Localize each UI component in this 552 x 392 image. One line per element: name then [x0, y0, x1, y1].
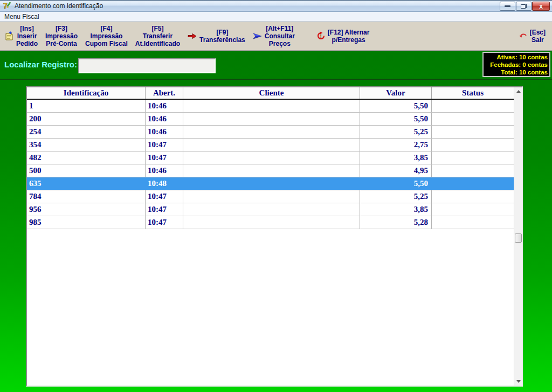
close-button[interactable]: x [532, 2, 550, 11]
table-cell: 482 [27, 152, 146, 164]
toolbar-label: [Ins] [20, 25, 33, 32]
toolbar-label: Impressão [90, 32, 122, 40]
insert-order-button[interactable]: [Ins] Inserir Pedido [4, 25, 38, 47]
minimize-button[interactable] [500, 2, 515, 11]
table-cell: 5,25 [360, 126, 432, 138]
table-cell: 5,25 [360, 190, 432, 203]
table-cell [432, 152, 514, 164]
accounts-table: Identificação Abert. Cliente Valor Statu… [26, 86, 523, 387]
table-cell: 10:47 [146, 216, 183, 229]
scrollbar-thumb[interactable] [515, 233, 522, 243]
table-cell [183, 203, 360, 216]
column-header-identificacao[interactable]: Identificação [27, 87, 146, 99]
toolbar-label: [F9] [216, 29, 228, 36]
table-cell: 10:47 [146, 203, 183, 216]
table-cell: 1 [27, 100, 146, 112]
table-cell: 354 [27, 139, 146, 151]
table-cell: 3,85 [360, 152, 432, 164]
exit-button[interactable]: [Esc] Sair [519, 29, 546, 44]
table-cell: 5,28 [360, 216, 432, 229]
table-cell: 985 [27, 216, 146, 229]
print-precheck-button[interactable]: [F3] Impressão Pré-Conta [45, 25, 78, 47]
table-cell [183, 126, 360, 138]
table-row[interactable]: 78410:475,25 [27, 190, 514, 203]
table-cell: 10:47 [146, 152, 183, 164]
table-cell: 10:46 [146, 164, 183, 177]
toolbar-label: [Alt+F11] [266, 25, 293, 32]
svg-text:!: ! [320, 33, 321, 39]
table-cell: 5,50 [360, 100, 432, 112]
refresh-icon: ! [316, 31, 326, 40]
check-prices-button[interactable]: [Alt+F11] Consultar Preços [253, 25, 295, 47]
search-input[interactable] [78, 58, 216, 73]
table-cell: 5,50 [360, 113, 432, 125]
menu-bar: Menu Fiscal [0, 12, 552, 22]
column-header-status[interactable]: Status [432, 87, 514, 99]
table-row[interactable]: 20010:465,50 [27, 113, 514, 126]
transfer-identified-button[interactable]: [F5] Transferir At.Identificado [135, 25, 180, 47]
toolbar-label: [F12] Alternar [328, 29, 370, 36]
table-cell: 2,75 [360, 139, 432, 151]
toggle-deliveries-button[interactable]: ! [F12] Alternar p/Entregas [316, 29, 370, 44]
table-cell [432, 190, 514, 203]
table-header-row: Identificação Abert. Cliente Valor Statu… [27, 87, 514, 100]
stat-active-accounts: Ativas: 10 contas [484, 53, 548, 61]
table-cell [432, 216, 514, 229]
scroll-down-button[interactable] [514, 377, 522, 386]
table-cell: 10:47 [146, 190, 183, 203]
table-cell [432, 126, 514, 138]
table-cell [432, 139, 514, 151]
table-cell [183, 152, 360, 164]
table-cell [183, 139, 360, 151]
search-label: Localizar Registro: [4, 60, 77, 69]
toolbar-label: p/Entregas [332, 36, 365, 44]
title-bar[interactable]: 7 Atendimento com Identificação x [0, 0, 552, 12]
restore-icon [521, 4, 527, 9]
table-cell [432, 203, 514, 216]
blue-arrow-icon [253, 32, 263, 40]
menu-item-fiscal[interactable]: Menu Fiscal [0, 13, 44, 20]
table-cell: 635 [27, 177, 146, 190]
toolbar-label: Transferências [199, 36, 245, 44]
table-cell [432, 177, 514, 190]
toolbar-label: Impressão [45, 32, 78, 40]
column-header-cliente[interactable]: Cliente [183, 87, 360, 99]
stat-closed-accounts: Fechadas: 0 contas [484, 61, 548, 68]
toolbar-label: Transferir [143, 32, 172, 40]
table-cell: 500 [27, 164, 146, 177]
close-icon: x [539, 3, 543, 10]
table-cell [183, 100, 360, 112]
vertical-scrollbar[interactable] [514, 87, 522, 386]
table-cell [432, 100, 514, 112]
table-cell: 254 [27, 126, 146, 138]
red-arrow-icon [188, 33, 197, 39]
restore-button[interactable] [516, 2, 532, 11]
table-row[interactable]: 50010:464,95 [27, 164, 514, 177]
toolbar-label: [F5] [151, 25, 163, 32]
table-cell [183, 216, 360, 229]
toolbar-label: Pedido [16, 40, 38, 47]
transfers-button[interactable]: [F9] Transferências [188, 29, 245, 44]
table-body: 110:465,5020010:465,5025410:465,2535410:… [27, 100, 514, 229]
table-cell: 10:47 [146, 139, 183, 151]
toolbar-label: Consultar [265, 32, 295, 40]
scroll-up-button[interactable] [514, 87, 522, 95]
table-row[interactable]: 110:465,50 [27, 100, 514, 113]
toolbar-label: [F4] [100, 25, 112, 32]
stat-total-accounts: Total: 10 contas [484, 68, 548, 76]
column-header-valor[interactable]: Valor [360, 87, 432, 99]
table-row[interactable]: 98510:475,28 [27, 216, 514, 229]
window-title: Atendimento com Identificação [15, 2, 103, 10]
undo-icon [519, 32, 528, 39]
table-row[interactable]: 63510:485,50 [27, 177, 514, 190]
table-cell [432, 164, 514, 177]
table-row[interactable]: 25410:465,25 [27, 126, 514, 139]
table-row[interactable]: 95610:473,85 [27, 203, 514, 216]
toolbar-label: Sair [532, 36, 544, 44]
accounts-stats-panel: Ativas: 10 contas Fechadas: 0 contas Tot… [482, 52, 550, 77]
print-fiscal-receipt-button[interactable]: [F4] Impressão Cupom Fiscal [85, 25, 128, 47]
table-row[interactable]: 48210:473,85 [27, 152, 514, 164]
table-cell [432, 113, 514, 125]
column-header-abert[interactable]: Abert. [146, 87, 183, 99]
table-row[interactable]: 35410:472,75 [27, 139, 514, 152]
